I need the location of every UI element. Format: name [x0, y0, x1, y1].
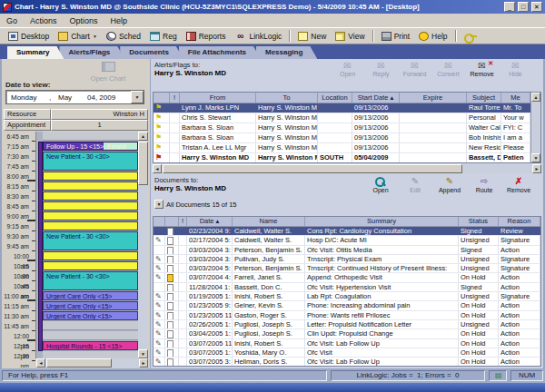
maximize-button[interactable]: □: [518, 2, 529, 12]
schedule-slot[interactable]: Follow Up - 15 <15>; Establi: [43, 142, 138, 151]
alert-row[interactable]: ⚑Chris S. StewartHarry S. Winston MD09/1…: [154, 113, 540, 123]
scroll-right-icon[interactable]: ►: [139, 358, 148, 368]
schedule-slot[interactable]: New Patient - 30 <30>: [43, 231, 138, 250]
document-row[interactable]: ✎02/17/2004 5:Caldwell, Walter S.Hosp D/…: [154, 236, 540, 245]
document-row[interactable]: ✎02/26/2005 1:Pugliosi, Joseph S.Letter:…: [154, 320, 540, 329]
toolbar-new-button[interactable]: New: [293, 31, 331, 42]
document-row[interactable]: 02/23/2004 9:Caldwell, Walter S.Cons Rpt…: [154, 227, 540, 236]
schedule-slot[interactable]: [43, 172, 138, 181]
column-header-from[interactable]: From: [180, 93, 256, 103]
alerts-vertical-scrollbar[interactable]: ▲ ▼: [530, 93, 540, 162]
tab-documents[interactable]: Documents: [120, 46, 183, 59]
menu-item-go[interactable]: Go: [0, 15, 24, 26]
tab-summary[interactable]: Summary: [7, 46, 64, 59]
documents-remove-button[interactable]: ✗Remove: [501, 176, 536, 193]
documents-route-button[interactable]: ⇨Route: [467, 176, 501, 193]
alerts-forward-button[interactable]: ✉Forward: [398, 61, 431, 77]
close-button[interactable]: ✕: [531, 2, 542, 12]
alert-row[interactable]: ⚑Lynn J. Marks LPNHarry S. Winston MD09/…: [154, 103, 540, 113]
alert-row[interactable]: ⚑Barbara S. SloanHarry S. Winston MD09/1…: [154, 133, 540, 143]
schedule-slot[interactable]: [43, 251, 138, 260]
scroll-left-icon[interactable]: ◄: [153, 164, 162, 173]
column-header-start-date[interactable]: Start Date ▴: [352, 93, 400, 103]
document-row[interactable]: ✎03/03/2004 3:Pullivan, Judy S.Trnscript…: [154, 255, 540, 264]
column-header-location[interactable]: Location: [318, 93, 352, 103]
toolbar-reg-button[interactable]: Reg: [145, 31, 182, 42]
schedule-slot[interactable]: New Patient - 30 <30>: [43, 152, 138, 171]
column-header-name[interactable]: Name: [233, 217, 305, 226]
document-row[interactable]: ✎03/07/2005 3:Hellman, Doris S.Ofc Visit…: [154, 358, 540, 367]
schedule-vertical-scrollbar[interactable]: ▲ ▼: [138, 132, 148, 358]
schedule-slot[interactable]: [43, 331, 138, 340]
schedule-slot[interactable]: [43, 132, 138, 141]
schedule-slot[interactable]: [43, 221, 138, 230]
alert-row[interactable]: ⚑Barbara S. SloanHarry S. Winston MD09/1…: [154, 123, 540, 133]
scroll-right-icon[interactable]: ►: [532, 164, 541, 173]
column-header-reason[interactable]: Reason: [499, 217, 540, 226]
date-to-view-combobox[interactable]: Monday , May 04, 2009 ▼: [5, 90, 144, 104]
column-header-status[interactable]: Status: [459, 217, 499, 226]
alerts-reply-button[interactable]: ✉Reply: [364, 61, 398, 77]
column-header-[interactable]: !: [179, 217, 187, 226]
toolbar-key-button[interactable]: [460, 31, 481, 42]
scroll-thumb[interactable]: [163, 164, 462, 173]
toolbar-desktop-button[interactable]: Desktop: [4, 31, 54, 42]
schedule-slot[interactable]: Urgent Care Only <15>: [43, 311, 138, 320]
alerts-open-button[interactable]: ✉Open: [331, 61, 364, 77]
document-row[interactable]: ✎03/07/2004 4:Farrell, Janet S.Append: O…: [154, 273, 540, 282]
filter-dropdown-arrow-icon[interactable]: ▼: [154, 200, 164, 209]
document-row[interactable]: ✎01/23/2005 9:Gelner, Kevin S.Phone: Inc…: [154, 301, 540, 310]
schedule-slot[interactable]: [43, 261, 138, 270]
toolbar-chart-button[interactable]: Chart▼: [54, 31, 102, 42]
chevron-down-icon[interactable]: ▼: [93, 34, 97, 39]
document-row[interactable]: 03/03/2004 3:Peterson, Benjamin S.Ofc Vi…: [154, 246, 540, 255]
document-row[interactable]: ✎03/03/2004 5:Peterson, Benjamin S.Trnsc…: [154, 264, 540, 273]
scroll-up-icon[interactable]: ▲: [531, 93, 540, 102]
menu-item-options[interactable]: Options: [64, 15, 104, 26]
date-dropdown-arrow-icon[interactable]: ▼: [131, 91, 144, 103]
column-header-to[interactable]: To: [256, 93, 318, 103]
document-row[interactable]: ✎01/23/2005 11Gaston, Roger S.Phone: Wan…: [154, 311, 540, 320]
alerts-hide-button[interactable]: ✉Hide: [499, 61, 532, 77]
column-header-subject[interactable]: Subject: [467, 93, 501, 103]
scroll-left-icon[interactable]: ◄: [36, 358, 45, 368]
schedule-slot[interactable]: [43, 201, 138, 211]
scroll-down-icon[interactable]: ▼: [531, 153, 540, 162]
document-row[interactable]: 11/28/2004 1:Bassett, Don C.Ofc Visit: H…: [154, 283, 540, 292]
column-header-icon[interactable]: [154, 217, 165, 226]
toolbar-view-button[interactable]: View: [331, 31, 369, 42]
scroll-thumb[interactable]: [138, 142, 148, 185]
column-header-expire[interactable]: Expire: [400, 93, 467, 103]
menu-item-actions[interactable]: Actions: [24, 15, 64, 26]
documents-filter-combobox[interactable]: ▼ All Documents 15 of 15: [154, 200, 237, 209]
schedule-slot[interactable]: [43, 191, 138, 201]
alert-row[interactable]: ⚑Harry S. Winston MDHarry S. Winston MES…: [154, 153, 540, 163]
open-chart-button[interactable]: Open Chart: [80, 62, 136, 83]
schedule-slot[interactable]: New Patient - 30 <30>: [43, 271, 138, 290]
schedule-slot[interactable]: [43, 181, 138, 191]
tab-file-attachments[interactable]: File Attachments: [179, 46, 261, 59]
minimize-button[interactable]: _: [504, 2, 515, 12]
column-header-summary[interactable]: Summary: [305, 217, 459, 226]
scroll-down-icon[interactable]: ▼: [138, 349, 148, 358]
schedule-slot[interactable]: [43, 321, 138, 330]
column-header-icon[interactable]: [165, 217, 179, 226]
schedule-slot[interactable]: Hospital Rounds - 15 <15>: [43, 341, 138, 350]
document-row[interactable]: ✎01/19/2005 1:Inishi, Robert S.Lab Rpt: …: [154, 292, 540, 301]
column-header-me[interactable]: Me: [501, 93, 530, 103]
documents-append-button[interactable]: ✎Append: [432, 176, 467, 193]
schedule-slot[interactable]: Urgent Care Only <15>: [43, 291, 138, 300]
alerts-remove-button[interactable]: ✉Remove: [465, 61, 499, 77]
menu-item-help[interactable]: Help: [104, 15, 134, 26]
tab-alerts-flags[interactable]: Alerts/Flags: [59, 46, 124, 59]
toolbar-help-button[interactable]: Help: [414, 31, 451, 42]
schedule-horizontal-scrollbar[interactable]: ◄ ►: [36, 358, 148, 368]
title-bar[interactable]: Chart - Harry S. Winston MD @ Southside …: [0, 0, 545, 14]
document-row[interactable]: ✎03/04/2005 1:Pugliosi, Joseph S.Clin Up…: [154, 329, 540, 338]
document-row[interactable]: ✎03/07/2005 1:Yoshida, Mary O.Ofc VisitO…: [154, 348, 540, 358]
alert-row[interactable]: ⚑Tristan A. Lee LL MgrHarry S. Winston M…: [154, 143, 540, 153]
schedule-slot[interactable]: [43, 211, 138, 220]
scroll-up-icon[interactable]: ▲: [138, 132, 148, 141]
tab-messaging[interactable]: Messaging: [256, 46, 317, 59]
toolbar-reports-button[interactable]: Reports: [182, 31, 231, 42]
